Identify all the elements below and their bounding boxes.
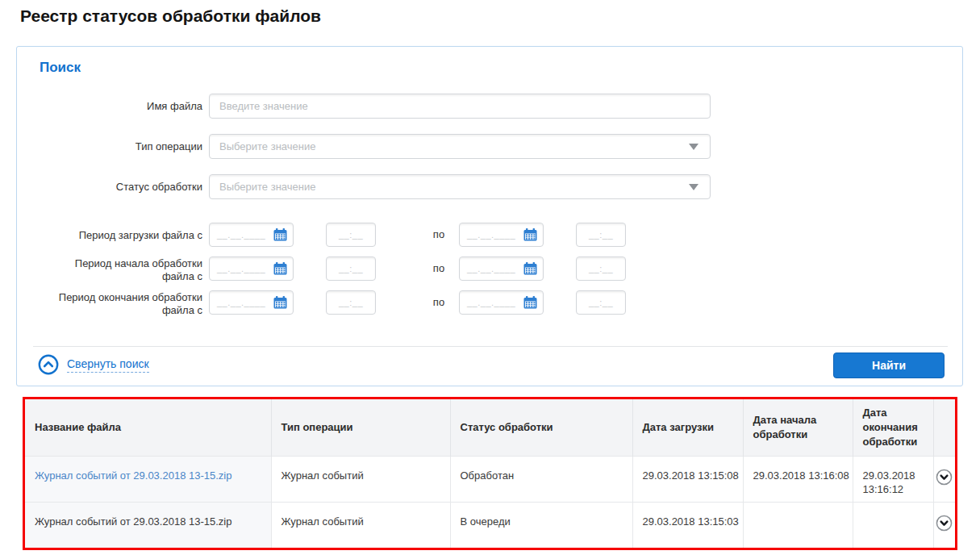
- processing-status-label: Статус обработки: [41, 181, 202, 194]
- page: Реестр статусов обработки файлов Поиск И…: [0, 0, 980, 559]
- table-row: Журнал событий от 29.03.2018 13-15.zip Ж…: [25, 502, 955, 548]
- upload-period-time-to-input[interactable]: __:__: [576, 223, 626, 247]
- header-start-date: Дата начала обработки: [743, 399, 853, 456]
- cell-end-date: [853, 502, 933, 548]
- upload-period-time-from-input[interactable]: __:__: [326, 223, 376, 247]
- calendar-icon[interactable]: [523, 228, 537, 241]
- operation-type-placeholder: Выберите значение: [219, 140, 689, 152]
- processing-status-select[interactable]: Выберите значение: [209, 174, 711, 199]
- to-label: по: [420, 262, 457, 274]
- cell-start-date: 29.03.2018 13:16:08: [743, 456, 853, 502]
- start-period-time-from-input[interactable]: __:__: [326, 257, 376, 281]
- calendar-icon[interactable]: [523, 296, 537, 309]
- upload-period-label: Период загрузки файла с: [41, 229, 202, 242]
- dropdown-arrow-icon: [689, 144, 699, 150]
- operation-type-select[interactable]: Выберите значение: [209, 134, 711, 159]
- processing-status-placeholder: Выберите значение: [219, 181, 689, 193]
- header-upload-date: Дата загрузки: [632, 399, 743, 456]
- cell-file-name: Журнал событий от 29.03.2018 13-15.zip: [25, 502, 271, 548]
- search-panel: Поиск Имя файла Тип операции Выберите зн…: [16, 46, 963, 386]
- panel-footer-divider: [33, 346, 948, 347]
- cell-operation-type: Журнал событий: [271, 502, 450, 548]
- header-actions: [933, 399, 955, 456]
- table-row: Журнал событий от 29.03.2018 13-15.zip Ж…: [25, 456, 955, 502]
- expand-row-button[interactable]: [936, 515, 953, 532]
- start-period-time-to-input[interactable]: __:__: [576, 257, 626, 281]
- cell-status: В очереди: [450, 502, 632, 548]
- file-name-input[interactable]: [209, 94, 711, 119]
- chevron-down-circle-icon: [936, 469, 953, 486]
- dropdown-arrow-icon: [689, 184, 699, 190]
- upload-period-date-from-input[interactable]: __.__.____: [209, 223, 294, 247]
- results-table: Название файла Тип операции Статус обраб…: [25, 399, 955, 548]
- to-label: по: [420, 228, 457, 240]
- upload-period-date-to-input[interactable]: __.__.____: [459, 223, 544, 247]
- end-period-label: Период окончания обработки файла с: [41, 291, 202, 317]
- date-mask: __.__.____: [217, 298, 273, 307]
- to-label: по: [420, 296, 457, 308]
- cell-file-name: Журнал событий от 29.03.2018 13-15.zip: [25, 456, 271, 502]
- time-mask: __:__: [339, 298, 363, 307]
- file-link[interactable]: Журнал событий от 29.03.2018 13-15.zip: [35, 469, 231, 482]
- operation-type-label: Тип операции: [41, 140, 202, 153]
- chevron-up-circle-icon: [38, 354, 59, 375]
- end-period-date-to-input[interactable]: __.__.____: [459, 290, 544, 315]
- chevron-down-circle-icon: [936, 515, 953, 532]
- start-period-date-to-input[interactable]: __.__.____: [459, 257, 544, 281]
- collapse-search-button[interactable]: Свернуть поиск: [38, 354, 149, 375]
- calendar-icon[interactable]: [523, 262, 537, 275]
- header-file-name: Название файла: [25, 399, 271, 456]
- start-period-label: Период начала обработки файла с: [41, 257, 202, 283]
- calendar-icon[interactable]: [273, 296, 287, 309]
- annotation-highlight: Название файла Тип операции Статус обраб…: [23, 397, 957, 550]
- cell-end-date: 29.03.2018 13:16:12: [853, 456, 933, 502]
- date-mask: __.__.____: [217, 230, 273, 240]
- cell-status: Обработан: [450, 456, 632, 502]
- date-mask: __.__.____: [467, 264, 523, 273]
- collapse-search-label: Свернуть поиск: [67, 357, 149, 373]
- header-operation-type: Тип операции: [271, 399, 450, 456]
- cell-start-date: [743, 502, 853, 548]
- header-end-date: Дата окончания обработки: [853, 399, 933, 456]
- date-mask: __.__.____: [217, 264, 273, 273]
- header-status: Статус обработки: [450, 399, 632, 456]
- cell-actions: [933, 502, 955, 548]
- cell-upload-date: 29.03.2018 13:15:03: [632, 502, 743, 548]
- start-period-date-from-input[interactable]: __.__.____: [209, 257, 294, 281]
- time-mask: __:__: [589, 230, 613, 240]
- calendar-icon[interactable]: [273, 228, 287, 241]
- time-mask: __:__: [339, 264, 363, 273]
- time-mask: __:__: [339, 230, 363, 240]
- find-button[interactable]: Найти: [833, 353, 945, 378]
- calendar-icon[interactable]: [273, 262, 287, 275]
- time-mask: __:__: [589, 264, 613, 273]
- file-name-label: Имя файла: [41, 100, 202, 113]
- cell-operation-type: Журнал событий: [271, 456, 450, 502]
- page-title: Реестр статусов обработки файлов: [20, 6, 321, 26]
- end-period-date-from-input[interactable]: __.__.____: [209, 290, 294, 315]
- date-mask: __.__.____: [467, 230, 523, 240]
- end-period-time-to-input[interactable]: __:__: [576, 290, 626, 315]
- date-mask: __.__.____: [467, 298, 523, 307]
- table-header-row: Название файла Тип операции Статус обраб…: [25, 399, 955, 456]
- time-mask: __:__: [589, 298, 613, 307]
- cell-actions: [933, 456, 955, 502]
- search-heading: Поиск: [40, 60, 81, 76]
- end-period-time-from-input[interactable]: __:__: [326, 290, 376, 315]
- expand-row-button[interactable]: [936, 469, 953, 486]
- cell-upload-date: 29.03.2018 13:15:08: [632, 456, 743, 502]
